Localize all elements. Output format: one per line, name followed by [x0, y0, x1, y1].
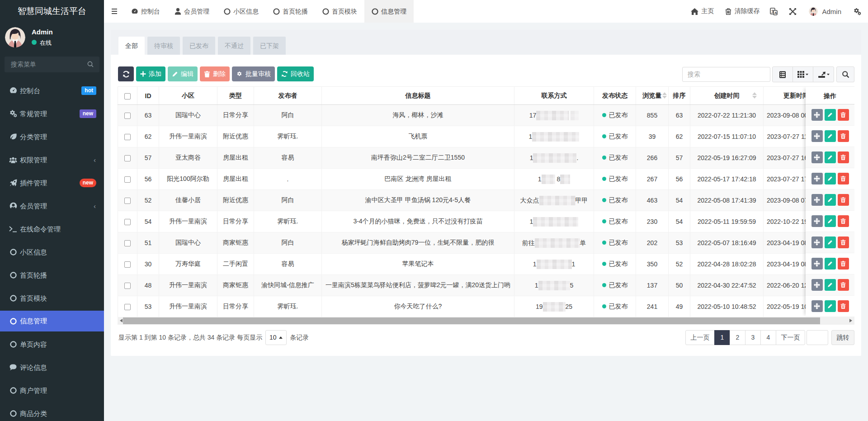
- svg-text:A: A: [774, 11, 777, 15]
